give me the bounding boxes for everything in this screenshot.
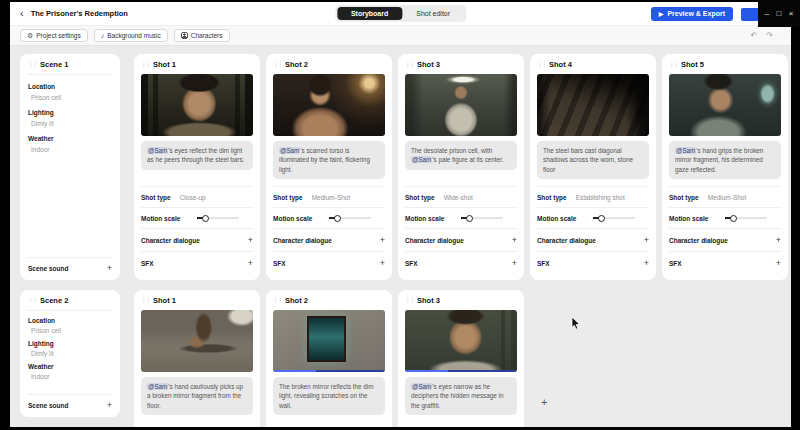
video-progress-bar[interactable]: [273, 370, 385, 372]
shot-card[interactable]: ⋮⋮Shot 5 @Sam's hand grips the broken mi…: [662, 54, 788, 280]
character-mention[interactable]: @Sam: [411, 156, 432, 163]
project-settings-button[interactable]: ⚙ Project settings: [20, 29, 88, 42]
motion-scale-label: Motion scale: [405, 215, 444, 222]
scene-2-panel[interactable]: ⋮⋮ Scene 2 Location Prison cell Lighting…: [20, 290, 120, 417]
maximize-button[interactable]: □: [776, 10, 781, 18]
location-label: Location: [28, 83, 112, 90]
shot-title: Shot 3: [417, 60, 440, 69]
shot-card[interactable]: ⋮⋮Shot 2 @Sam's scarred torso is illumin…: [266, 54, 392, 280]
shot-card[interactable]: ⋮⋮Shot 3 @Sam's eyes narrow as he deciph…: [398, 290, 524, 427]
shot-card[interactable]: ⋮⋮Shot 1 @Sam's hand cautiously picks up…: [134, 290, 260, 427]
shot-description[interactable]: The broken mirror reflects the dim light…: [273, 377, 385, 415]
shot-type-value[interactable]: Close-up: [180, 194, 206, 201]
motion-scale-slider[interactable]: [329, 217, 371, 219]
shot-still-image[interactable]: [273, 310, 385, 372]
drag-handle-icon[interactable]: ⋮⋮: [28, 298, 37, 304]
weather-value[interactable]: Indoor: [28, 373, 112, 380]
shot-type-value[interactable]: Medium-Shot: [708, 194, 747, 201]
close-button[interactable]: ×: [789, 10, 794, 18]
shot-description[interactable]: @Sam's scarred torso is illuminated by t…: [273, 141, 385, 179]
character-mention[interactable]: @Sam: [411, 383, 432, 390]
shot-type-value[interactable]: Wide-shot: [444, 194, 473, 201]
add-sfx-button[interactable]: +: [380, 259, 385, 268]
drag-handle-icon[interactable]: ⋮⋮: [28, 62, 37, 68]
add-shot-button[interactable]: +: [541, 396, 547, 408]
motion-scale-slider[interactable]: [725, 217, 767, 219]
shot-description[interactable]: @Sam's hand cautiously picks up a broken…: [141, 377, 253, 415]
shot-description[interactable]: @Sam's eyes reflect the dim light as he …: [141, 141, 253, 170]
lighting-value[interactable]: Dimly lit: [28, 350, 112, 357]
back-button-icon[interactable]: ‹: [20, 8, 24, 19]
scene-1-panel[interactable]: ⋮⋮ Scene 1 Location Prison cell Lighting…: [20, 54, 120, 280]
add-dialogue-button[interactable]: +: [248, 236, 253, 245]
drag-handle-icon[interactable]: ⋮⋮: [273, 298, 282, 304]
drag-handle-icon[interactable]: ⋮⋮: [141, 62, 150, 68]
lighting-value[interactable]: Dimly lit: [28, 120, 112, 127]
undo-icon[interactable]: ↶: [751, 31, 758, 40]
lighting-label: Lighting: [28, 340, 112, 347]
shot-card[interactable]: ⋮⋮Shot 3 The desolate prison cell, with …: [398, 54, 524, 280]
tab-storyboard[interactable]: Storyboard: [337, 7, 402, 20]
shot-still-image[interactable]: [669, 74, 781, 136]
video-progress-bar[interactable]: [405, 370, 517, 372]
shot-description[interactable]: The steel bars cast diagonal shadows acr…: [537, 141, 649, 179]
drag-handle-icon[interactable]: ⋮⋮: [273, 62, 282, 68]
shot-still-image[interactable]: [405, 74, 517, 136]
drag-handle-icon[interactable]: ⋮⋮: [537, 62, 546, 68]
shot-still-image[interactable]: [405, 310, 517, 372]
scene-title: Scene 1: [40, 60, 68, 69]
location-value[interactable]: Prison cell: [28, 94, 112, 101]
add-scene-sound-button[interactable]: +: [107, 401, 112, 410]
background-music-button[interactable]: ♪ Background music: [94, 29, 168, 42]
add-sfx-button[interactable]: +: [248, 259, 253, 268]
shot-still-image[interactable]: [141, 310, 253, 372]
sfx-label: SFX: [537, 260, 550, 267]
shot-card[interactable]: ⋮⋮Shot 2 The broken mirror reflects the …: [266, 290, 392, 427]
shot-still-image[interactable]: [141, 74, 253, 136]
redo-icon[interactable]: ↷: [766, 31, 773, 40]
character-mention[interactable]: @Sam: [675, 147, 696, 154]
drag-handle-icon[interactable]: ⋮⋮: [405, 62, 414, 68]
play-icon: ▶: [659, 11, 664, 17]
add-sfx-button[interactable]: +: [512, 259, 517, 268]
tab-shot-editor[interactable]: Shot editor: [402, 7, 464, 20]
shot-card[interactable]: ⋮⋮Shot 1 @Sam's eyes reflect the dim lig…: [134, 54, 260, 280]
add-dialogue-button[interactable]: +: [512, 236, 517, 245]
shot-type-label: Shot type: [141, 194, 171, 201]
view-switcher: Storyboard Shot editor: [335, 5, 466, 22]
location-value[interactable]: Prison cell: [28, 327, 112, 334]
character-mention[interactable]: @Sam: [147, 147, 168, 154]
shot-card[interactable]: ⋮⋮Shot 4 The steel bars cast diagonal sh…: [530, 54, 656, 280]
motion-scale-slider[interactable]: [461, 217, 503, 219]
motion-scale-slider[interactable]: [197, 217, 239, 219]
drag-handle-icon[interactable]: ⋮⋮: [141, 298, 150, 304]
drag-handle-icon[interactable]: ⋮⋮: [405, 298, 414, 304]
add-sfx-button[interactable]: +: [644, 259, 649, 268]
add-dialogue-button[interactable]: +: [776, 236, 781, 245]
characters-button[interactable]: Characters: [174, 29, 230, 42]
scene-sound-row: Scene sound +: [28, 394, 112, 410]
add-sfx-button[interactable]: +: [776, 259, 781, 268]
preview-export-button[interactable]: ▶ Preview & Export: [651, 7, 733, 21]
shot-description[interactable]: The desolate prison cell, with @Sam's pa…: [405, 141, 517, 170]
character-mention[interactable]: @Sam: [279, 147, 300, 154]
add-dialogue-button[interactable]: +: [380, 236, 385, 245]
drag-handle-icon[interactable]: ⋮⋮: [669, 62, 678, 68]
shot-type-value[interactable]: Medium-Shot: [312, 194, 351, 201]
shot-title: Shot 4: [549, 60, 572, 69]
add-dialogue-button[interactable]: +: [644, 236, 649, 245]
storyboard-canvas: ⋮⋮ Scene 1 Location Prison cell Lighting…: [10, 46, 791, 427]
shot-still-image[interactable]: [273, 74, 385, 136]
add-scene-sound-button[interactable]: +: [107, 264, 112, 273]
minimize-button[interactable]: –: [765, 10, 769, 18]
motion-scale-slider[interactable]: [593, 217, 635, 219]
sfx-label: SFX: [141, 260, 154, 267]
shot-type-value[interactable]: Establishing shot: [576, 194, 625, 201]
sfx-label: SFX: [669, 260, 682, 267]
shot-still-image[interactable]: [537, 74, 649, 136]
shot-description[interactable]: @Sam's eyes narrow as he deciphers the h…: [405, 377, 517, 415]
motion-scale-label: Motion scale: [141, 215, 180, 222]
shot-description[interactable]: @Sam's hand grips the broken mirror frag…: [669, 141, 781, 179]
weather-value[interactable]: Indoor: [28, 146, 112, 153]
character-mention[interactable]: @Sam: [147, 383, 168, 390]
